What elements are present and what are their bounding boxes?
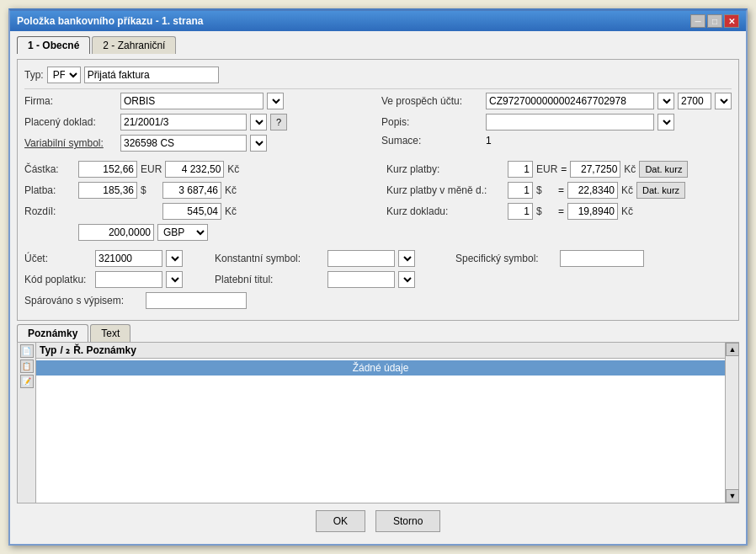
scroll-down-btn[interactable]: ▼ [726,489,739,503]
sumace-label: Sumace: [381,135,482,146]
konstantni-symbol-label: Konstantní symbol: [215,253,324,264]
popis-label: Popis: [381,116,482,128]
kurz-dokladu-val2[interactable] [567,203,618,220]
tab-poznamky[interactable]: Poznámky [17,324,88,342]
placeny-doklad-input[interactable] [120,114,247,131]
rozdil-row: Rozdíl: Kč [24,203,370,220]
top-tabs: 1 - Obecné 2 - Zahraniční [17,36,739,54]
ucet-konst-spec-row: Účet: Konstantní symbol: Specifický symb… [24,250,732,267]
main-window: Položka bankovního příkazu - 1. strana ─… [8,8,748,546]
form-section: Typ: PF Firma: Plac [17,59,739,321]
title-bar: Položka bankovního příkazu - 1. strana ─… [10,11,746,31]
sparovano-input[interactable] [146,292,247,309]
gbp-amount[interactable] [78,224,154,241]
castka-currency1: EUR [141,163,162,175]
popis-input[interactable] [486,114,654,131]
kurz-platby-dat-kurz-btn[interactable]: Dat. kurz [639,161,688,178]
konstantni-symbol-input[interactable] [327,250,395,267]
firma-row: Firma: [24,93,365,109]
table-area: 📄 📋 📝 Typ / ₂ Ř. Poznámky Žádné údaje ▲ [17,342,739,503]
firma-select[interactable] [267,93,284,109]
tab-zahranicni[interactable]: 2 - Zahraniční [92,36,176,54]
tab-obecne[interactable]: 1 - Obecné [17,36,90,54]
ve-prospech-uctu-label: Ve prospěch účtu: [381,95,482,107]
typ-description-input[interactable] [84,67,219,83]
kurz-dokladu-val1[interactable] [508,203,533,220]
platba-amount2[interactable] [162,182,221,199]
platebni-titul-select[interactable] [398,271,415,288]
col-typ: Typ [40,344,56,356]
variabilni-symbol-row: Variabilní symbol: [24,135,365,152]
bottom-buttons: OK Storno [17,503,739,539]
table-body: Žádné údaje [36,359,725,503]
firma-label: Firma: [24,95,117,107]
table-icon-1[interactable]: 📄 [20,344,34,358]
typ-label: Typ: [24,69,44,81]
kurz-platby-val1[interactable] [508,161,533,178]
typ-row: Typ: PF [24,67,732,83]
no-data-row: Žádné údaje [36,360,725,376]
kurz-platby-kc: Kč [624,163,636,175]
popis-select[interactable] [658,114,674,131]
kurz-platby-label: Kurz platby: [386,163,504,175]
right-col: Ve prospěch účtu: Popis: Sumace: [381,93,732,156]
castka-amount2[interactable] [165,161,224,178]
placeny-doklad-select[interactable] [250,114,267,131]
storno-button[interactable]: Storno [375,510,440,532]
castka-row: Částka: EUR Kč [24,161,370,178]
sumace-value: 1 [486,135,492,146]
specificky-symbol-input[interactable] [560,250,644,267]
castka-kc: Kč [227,163,239,175]
kurz-platby-row: Kurz platby: EUR = Kč Dat. kurz [386,161,732,178]
ve-prospech-uctu-input[interactable] [486,93,654,109]
minimize-button[interactable]: ─ [690,14,705,28]
variabilni-symbol-label: Variabilní symbol: [24,137,117,149]
gbp-row: GBP [24,224,370,241]
platba-amount1[interactable] [78,182,137,199]
variabilni-symbol-select[interactable] [250,135,267,152]
platebni-titul-label: Platební titul: [215,274,324,285]
scrollbar-vertical[interactable]: ▲ ▼ [725,343,738,503]
col-r: / ₂ [60,344,70,356]
rozdil-amount[interactable] [162,203,221,220]
ucet-input[interactable] [95,250,162,267]
castka-amount1[interactable] [78,161,137,178]
konstantni-symbol-select[interactable] [398,250,415,267]
sparovano-label: Spárováno s výpisem: [24,295,142,306]
kurz-platby-mene-val1[interactable] [508,182,533,199]
kurz-platby-val2[interactable] [570,161,620,178]
kurz-dokladu-row: Kurz dokladu: $ = Kč [386,203,732,220]
scroll-up-btn[interactable]: ▲ [726,343,739,356]
ve-prospech-uctu-code[interactable] [678,93,711,109]
kurz-platby-mene-val2[interactable] [567,182,618,199]
sparovano-row: Spárováno s výpisem: [24,292,732,309]
castka-label: Částka: [24,163,75,175]
ucet-select[interactable] [166,250,183,267]
kod-poplatku-input[interactable] [95,271,162,288]
variabilni-symbol-input[interactable] [120,135,247,152]
amounts-col: Částka: EUR Kč Platba: $ Kč [24,161,370,245]
placeny-doklad-question-btn[interactable]: ? [270,114,287,131]
tab-text[interactable]: Text [90,324,130,342]
table-icon-2[interactable]: 📋 [20,360,34,373]
rozdil-kc: Kč [225,205,237,217]
gbp-currency-select[interactable]: GBP [157,224,208,241]
table-icon-3[interactable]: 📝 [20,375,34,388]
ve-prospech-uctu-select[interactable] [658,93,674,109]
close-button[interactable]: ✕ [724,14,739,28]
kod-poplatku-select[interactable] [166,271,183,288]
firma-input[interactable] [120,93,264,109]
maximize-button[interactable]: □ [707,14,722,28]
kod-platebni-row: Kód poplatku: Platební titul: [24,271,732,288]
typ-select[interactable]: PF [47,67,81,83]
kurz-dokladu-label: Kurz dokladu: [386,205,504,217]
kurz-platby-mene-dat-kurz-btn[interactable]: Dat. kurz [636,182,685,199]
bottom-tabs: Poznámky Text [17,324,739,342]
platebni-titul-input[interactable] [327,271,395,288]
sumace-row: Sumace: 1 [381,135,732,146]
kurz-platby-mene-row: Kurz platby v měně d.: $ = Kč Dat. kurz [386,182,732,199]
platba-row: Platba: $ Kč [24,182,370,199]
platba-currency1: $ [141,184,159,196]
ve-prospech-uctu-code-select[interactable] [715,93,732,109]
ok-button[interactable]: OK [316,510,365,532]
